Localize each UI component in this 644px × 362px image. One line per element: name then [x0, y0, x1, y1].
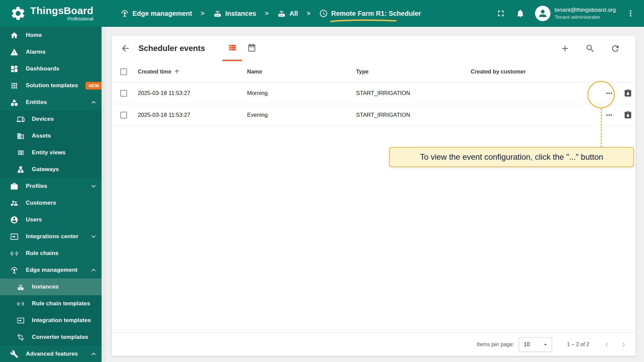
breadcrumb-label: Edge management [132, 10, 192, 17]
sidebar-item-alarms[interactable]: Alarms [0, 44, 102, 60]
cell-type: START_IRRIGATION [356, 112, 471, 118]
antenna-icon [10, 266, 18, 274]
items-per-page-select[interactable]: 10 [519, 337, 552, 352]
home-icon [10, 31, 18, 40]
app-logo[interactable]: ThingsBoard Professional [0, 5, 106, 21]
notifications-bell-button[interactable] [516, 9, 525, 18]
sidebar-item-rule-chain-templates[interactable]: Rule chain templates [0, 295, 102, 312]
sidebar-item-label: Rule chain templates [32, 300, 90, 307]
app-bar-actions: tenant@thingsboard.org Tenant administra… [496, 6, 644, 21]
warning-icon [10, 48, 18, 56]
previous-page-button[interactable] [602, 340, 611, 349]
sidebar-item-solution-templates[interactable]: Solution templates NEW [0, 77, 102, 94]
breadcrumb-separator: > [201, 10, 204, 17]
lan-icon [17, 166, 24, 173]
sidebar-item-integrations-center[interactable]: Integrations center [0, 228, 102, 245]
page-title: Scheduler events [138, 44, 205, 53]
logo-title: ThingsBoard [30, 5, 93, 16]
chevron-down-icon [90, 182, 98, 190]
sidebar-item-customers[interactable]: Customers [0, 195, 102, 211]
router-icon [17, 283, 24, 291]
sidebar-item-home[interactable]: Home [0, 27, 102, 44]
chevron-up-icon [90, 350, 98, 358]
sidebar-item-label: Dashboards [26, 65, 59, 72]
sidebar-item-rule-chains[interactable]: Rule chains [0, 245, 102, 262]
sidebar-item-profiles[interactable]: Profiles [0, 178, 102, 195]
breadcrumb-item-scheduler[interactable]: Remote Farm R1: Scheduler [319, 9, 421, 18]
cell-name: Morning [247, 90, 356, 97]
column-header-name[interactable]: Name [247, 68, 356, 75]
sidebar-item-integration-templates[interactable]: Integration templates [0, 312, 102, 329]
calendar-icon [247, 43, 256, 52]
view-toggle [223, 36, 261, 61]
sidebar-item-label: Home [26, 32, 42, 39]
cell-type: START_IRRIGATION [356, 90, 471, 97]
antenna-icon [120, 9, 129, 18]
more-menu-button[interactable] [626, 9, 635, 18]
sidebar-item-label: Profiles [26, 183, 47, 190]
sidebar-item-entity-views[interactable]: Entity views [0, 144, 102, 161]
people-icon [10, 199, 18, 207]
column-header-type[interactable]: Type [356, 68, 471, 75]
sidebar-item-assets[interactable]: Assets [0, 127, 102, 144]
row-events-clipboard-button[interactable] [624, 111, 632, 119]
table-row[interactable]: 2025-03-18 11:53:27 Evening START_IRRIGA… [112, 104, 636, 126]
breadcrumb-label: Remote Farm R1: Scheduler [331, 10, 421, 17]
sidebar-scrollbar[interactable] [102, 27, 106, 362]
next-page-button[interactable] [619, 340, 628, 349]
breadcrumb: Edge management > Instances > All > Remo… [120, 9, 421, 18]
fullscreen-button[interactable] [496, 9, 506, 18]
sidebar-item-entities[interactable]: Entities [0, 94, 102, 111]
items-per-page-value: 10 [524, 342, 530, 348]
row-checkbox[interactable] [120, 90, 127, 97]
refresh-button[interactable] [610, 44, 620, 53]
sidebar-item-label: Users [26, 216, 42, 223]
briefcase-icon [10, 182, 18, 191]
breadcrumb-item-edge-management[interactable]: Edge management [120, 9, 192, 18]
chevron-up-icon [90, 266, 98, 274]
add-event-button[interactable] [560, 44, 570, 53]
screen: ThingsBoard Professional Edge management… [0, 0, 644, 362]
calendar-view-tab[interactable] [242, 36, 261, 61]
row-checkbox[interactable] [120, 112, 127, 118]
input-icon [10, 232, 18, 241]
search-button[interactable] [585, 44, 595, 53]
sidebar-item-label: Entities [26, 99, 47, 106]
cell-created-time: 2025-03-18 11:53:27 [138, 112, 190, 118]
sidebar-item-converter-templates[interactable]: Converter templates [0, 329, 102, 346]
breadcrumb-item-all[interactable]: All [277, 9, 298, 18]
sidebar-item-advanced-features[interactable]: Advanced features [0, 346, 102, 362]
sidebar-item-label: Advanced features [26, 351, 78, 357]
sort-ascending-icon[interactable] [174, 69, 180, 74]
sidebar-item-dashboards[interactable]: Dashboards [0, 60, 102, 77]
list-view-tab[interactable] [223, 36, 242, 61]
column-header-created-time[interactable]: Created time [138, 68, 171, 75]
row-more-actions-button[interactable] [605, 89, 613, 98]
cell-name: Evening [247, 112, 356, 118]
select-all-checkbox[interactable] [120, 68, 127, 75]
user-avatar[interactable] [535, 6, 550, 21]
row-more-actions-button[interactable] [605, 111, 613, 119]
ethernet-icon [17, 300, 24, 308]
sidebar-item-edge-management[interactable]: Edge management [0, 262, 102, 278]
items-per-page-label: Items per page: [477, 342, 514, 348]
input-icon [17, 317, 24, 324]
sidebar-item-label: Entity views [32, 149, 66, 156]
clock-icon [319, 9, 328, 18]
row-events-clipboard-button[interactable] [624, 89, 632, 98]
breadcrumb-item-instances[interactable]: Instances [213, 9, 256, 18]
table-row[interactable]: 2025-03-18 11:53:27 Morning START_IRRIGA… [112, 83, 636, 104]
back-button[interactable] [120, 43, 130, 53]
sidebar-item-instances[interactable]: Instances [0, 278, 102, 295]
column-header-created-by-customer[interactable]: Created by customer [471, 68, 585, 75]
chevron-up-icon [90, 98, 98, 106]
devices-icon [17, 115, 24, 123]
transform-icon [17, 333, 24, 341]
sidebar-item-gateways[interactable]: Gateways [0, 161, 102, 178]
sidebar-item-users[interactable]: Users [0, 211, 102, 228]
sidebar-item-devices[interactable]: Devices [0, 111, 102, 127]
pagination-range: 1 – 2 of 2 [567, 342, 589, 348]
breadcrumb-label: All [289, 10, 298, 17]
logo-subtitle: Professional [30, 16, 93, 21]
sidebar-item-label: Rule chains [26, 250, 59, 257]
